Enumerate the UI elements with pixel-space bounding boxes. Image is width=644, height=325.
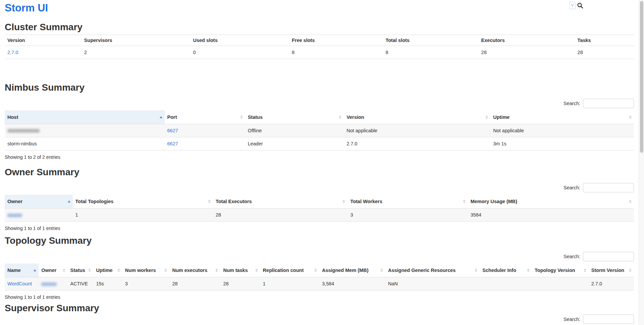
column-label: Tasks xyxy=(578,38,591,43)
column-header-total-slots: Total slots xyxy=(383,35,478,46)
table-cell: 2.7.0 xyxy=(5,46,82,59)
column-label: Num workers xyxy=(125,268,156,273)
column-header-executors: Executors xyxy=(479,35,575,46)
table-header-row: OwnerTotal TopologiesTotal ExecutorsTota… xyxy=(5,195,634,208)
column-label: Memory Usage (MB) xyxy=(471,199,517,204)
table-cell: 28 xyxy=(479,46,575,59)
column-header-name[interactable]: Name xyxy=(5,264,39,277)
cell-link-6627[interactable]: 6627 xyxy=(167,128,178,133)
cell-link-6627[interactable]: 6627 xyxy=(167,141,178,146)
table-cell: Leader xyxy=(245,137,344,150)
column-header-uptime[interactable]: Uptime xyxy=(490,110,634,124)
topology-search-input[interactable] xyxy=(583,252,634,261)
table-header-row: NameOwnerStatusUptimeNum workersNum exec… xyxy=(5,264,634,277)
column-label: Uptime xyxy=(493,114,509,120)
column-header-num-tasks[interactable]: Num tasks xyxy=(220,264,260,277)
column-header-version: Version xyxy=(5,35,82,46)
column-header-topology-version[interactable]: Topology Version xyxy=(532,264,589,277)
column-label: Owner xyxy=(7,199,22,204)
cell-link-2-7-0[interactable]: 2.7.0 xyxy=(7,50,18,55)
table-cell: 28 xyxy=(220,277,260,290)
sort-icon xyxy=(63,269,65,272)
sort-icon xyxy=(485,115,488,119)
owner-search-input[interactable] xyxy=(583,183,634,192)
owner-summary-table: OwnerTotal TopologiesTotal ExecutorsTota… xyxy=(5,195,634,222)
column-header-num-workers[interactable]: Num workers xyxy=(122,264,170,277)
nimbus-search-row: Search: xyxy=(5,98,634,108)
column-header-host[interactable]: Host xyxy=(5,110,165,124)
column-label: Total Executors xyxy=(216,199,252,204)
sort-icon xyxy=(527,269,530,272)
search-button[interactable] xyxy=(577,2,583,9)
app-title-link[interactable]: Storm UI xyxy=(5,2,48,14)
redacted-cell xyxy=(5,208,73,222)
sort-icon xyxy=(463,200,466,203)
scrollbar-thumb[interactable] xyxy=(640,1,643,153)
cluster-summary-table: VersionSupervisorsUsed slotsFree slotsTo… xyxy=(5,35,634,59)
redacted-value xyxy=(7,129,40,133)
column-header-assigned-generic-resources[interactable]: Assigned Generic Resources xyxy=(385,264,480,277)
column-label: Topology Version xyxy=(535,268,575,273)
sort-icon xyxy=(255,269,258,272)
cell-link-wordcount[interactable]: WordCount xyxy=(7,281,32,286)
nimbus-summary-heading: Nimbus Summary xyxy=(5,83,634,93)
table-cell: 3m 1s xyxy=(490,137,634,150)
table-cell: 1 xyxy=(73,208,213,222)
redacted-value xyxy=(41,282,57,286)
column-header-total-workers[interactable]: Total Workers xyxy=(347,195,468,208)
column-header-scheduler-info[interactable]: Scheduler Info xyxy=(480,264,532,277)
sort-icon xyxy=(629,115,632,119)
column-label: Total slots xyxy=(385,38,409,43)
column-header-status[interactable]: Status xyxy=(68,264,94,277)
sort-icon xyxy=(342,200,345,203)
column-label: Total Topologies xyxy=(75,199,114,204)
sort-ascending-icon xyxy=(160,116,162,118)
topology-search-row: Search: xyxy=(5,251,634,262)
column-label: Supervisors xyxy=(84,38,112,43)
column-header-assigned-mem-mb[interactable]: Assigned Mem (MB) xyxy=(319,264,385,277)
column-header-version[interactable]: Version xyxy=(344,110,490,124)
column-label: Num tasks xyxy=(223,268,248,273)
sort-ascending-icon xyxy=(68,200,70,202)
column-label: Assigned Mem (MB) xyxy=(322,268,369,273)
sort-icon xyxy=(117,269,120,272)
column-header-num-executors[interactable]: Num executors xyxy=(169,264,220,277)
column-header-uptime[interactable]: Uptime xyxy=(93,264,122,277)
table-cell xyxy=(532,277,589,290)
column-header-total-topologies[interactable]: Total Topologies xyxy=(73,195,213,208)
table-row: 12833584 xyxy=(5,208,634,222)
table-cell xyxy=(480,277,532,290)
sort-icon xyxy=(584,269,586,272)
redacted-cell xyxy=(39,277,67,290)
column-header-storm-version[interactable]: Storm Version xyxy=(589,264,634,277)
column-header-total-executors[interactable]: Total Executors xyxy=(213,195,347,208)
page-scrollbar[interactable] xyxy=(639,0,644,325)
column-label: Version xyxy=(346,114,364,120)
table-cell: 28 xyxy=(575,46,634,59)
supervisor-search-input[interactable] xyxy=(583,315,634,324)
nimbus-search-input[interactable] xyxy=(583,99,634,108)
column-header-owner[interactable]: Owner xyxy=(39,264,67,277)
sort-icon xyxy=(314,269,317,272)
search-label: Search: xyxy=(564,101,580,106)
column-header-status[interactable]: Status xyxy=(245,110,344,124)
table-cell: NaN xyxy=(385,277,480,290)
column-header-port[interactable]: Port xyxy=(165,110,245,124)
table-cell: 3,584 xyxy=(319,277,385,290)
column-header-replication-count[interactable]: Replication count xyxy=(260,264,319,277)
table-header-row: VersionSupervisorsUsed slotsFree slotsTo… xyxy=(5,35,634,46)
column-label: Executors xyxy=(481,38,505,43)
quick-filter-input[interactable] xyxy=(569,2,576,9)
table-cell: 2.7.0 xyxy=(589,277,634,290)
column-header-memory-usage-mb[interactable]: Memory Usage (MB) xyxy=(468,195,634,208)
sort-icon xyxy=(88,269,91,272)
column-header-owner[interactable]: Owner xyxy=(5,195,73,208)
table-cell: WordCount xyxy=(5,277,39,290)
search-label: Search: xyxy=(564,254,580,259)
column-label: Owner xyxy=(41,268,56,273)
sort-icon xyxy=(215,269,218,272)
owner-search-row: Search: xyxy=(5,183,634,193)
storm-ui-page: Storm UI Cluster Summary VersionSupervis… xyxy=(0,0,639,325)
sort-icon xyxy=(475,269,477,272)
column-header-free-slots: Free slots xyxy=(289,35,383,46)
